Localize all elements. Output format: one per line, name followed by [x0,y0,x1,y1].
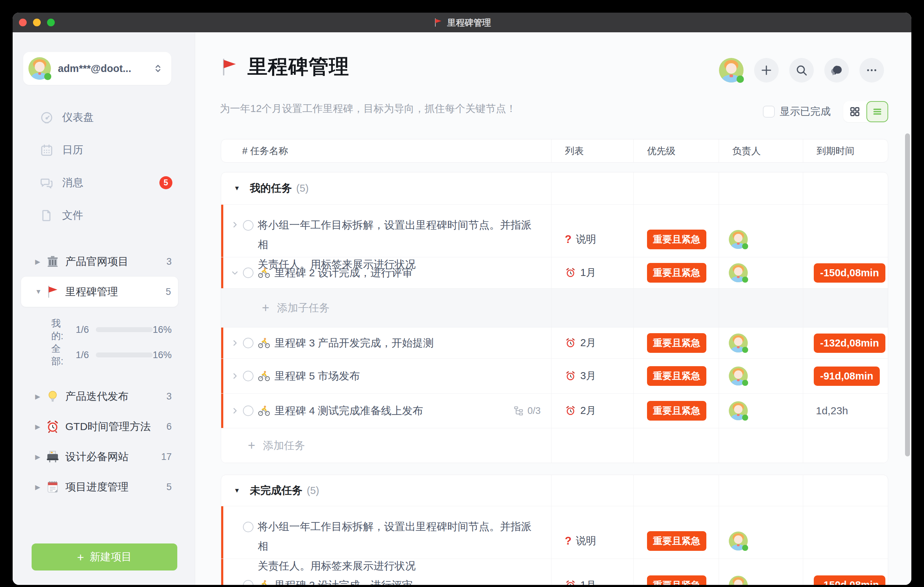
sidebar-project-milestone[interactable]: ▼里程碑管理5 [21,277,178,307]
more-button[interactable] [860,58,884,82]
task-row[interactable]: 里程碑 2 设计完成，进行评审1月重要且紧急-150d,08min [221,257,888,288]
due-text: 1d,23h [814,405,848,417]
chevron-right-icon[interactable] [230,338,239,348]
priority-badge: 重要且紧急 [647,575,706,585]
column-header-label: # 任务名称 [221,145,288,157]
user-avatar[interactable] [719,58,744,82]
sidebar-project-iteration[interactable]: ▶产品迭代发布3 [13,381,195,411]
add-task-row[interactable]: +添加任务 [221,428,888,463]
caret-down-icon[interactable]: ▼ [234,185,240,192]
task-list-label: 1月 [580,578,596,585]
chevron-right-icon[interactable] [230,371,239,381]
task-priority-cell: 重要且紧急 [634,394,719,428]
alarm-clock-icon [565,337,576,349]
sidebar-item-messages[interactable]: 消息5 [13,167,195,199]
caret-right-icon[interactable]: ▶ [35,392,46,401]
task-title: 里程碑 2 设计完成，进行评审 [274,263,412,283]
project-task-count: 5 [166,287,171,297]
task-checkbox[interactable] [243,371,254,381]
task-priority-cell: 重要且紧急 [634,257,719,288]
task-row[interactable]: 将小组一年工作目标拆解，设置出里程碑时间节点。并指派相关责任人。用标签来展示进行… [221,204,888,257]
task-list-label: 2月 [580,336,596,350]
task-list-label: 3月 [580,369,596,383]
add-subtask-row[interactable]: +添加子任务 [221,288,888,327]
messages-button[interactable] [824,58,849,82]
sidebar-project-gtd[interactable]: ▶GTD时间管理方法6 [13,411,195,442]
subtask-counter: 0/3 [513,406,541,416]
zoom-window-button[interactable] [47,18,55,26]
unread-count-badge: 5 [159,176,172,189]
column-header-label: 负责人 [719,145,761,157]
group-header: ▼我的任务(5) [221,172,888,204]
minimize-window-button[interactable] [33,18,41,26]
task-row[interactable]: 里程碑 2 设计完成，进行评审1月重要且紧急-150d,08min [221,559,888,585]
task-checkbox[interactable] [243,580,254,585]
question-icon: ? [565,233,571,246]
add-cell: +添加子任务 [221,289,551,327]
task-row[interactable]: 里程碑 3 产品开发完成，开始提测2月重要且紧急-132d,08min [221,327,888,358]
caret-right-icon[interactable]: ▶ [35,453,46,461]
group-header-cell [719,475,803,506]
task-due-cell: -132d,08min [803,328,888,358]
sidebar-project-progress[interactable]: ▶项目进度管理5 [13,472,195,502]
caret-right-icon[interactable]: ▶ [35,423,46,431]
show-completed-checkbox[interactable] [763,106,775,118]
task-checkbox[interactable] [243,267,254,278]
sidebar-nav: 仪表盘日历消息5文件 [13,101,195,232]
column-header: 到期时间 [803,139,888,162]
chevron-right-icon[interactable] [230,406,239,416]
task-checkbox[interactable] [243,406,254,416]
account-switcher[interactable]: adm***@doot... [23,52,171,85]
page-title: 里程碑管理 [248,53,349,81]
vertical-scrollbar[interactable] [905,134,910,457]
sidebar-project-website[interactable]: ▶产品官网项目3 [13,246,195,277]
new-project-button[interactable]: + 新建项目 [31,544,177,571]
group-header-cell [634,172,719,204]
priority-badge: 重要且紧急 [647,401,706,420]
task-checkbox[interactable] [243,220,254,231]
task-checkbox[interactable] [243,338,254,348]
account-email: adm***@doot... [58,63,152,74]
column-header-label: 列表 [551,145,584,157]
sidebar-item-dashboard[interactable]: 仪表盘 [13,101,195,134]
project-task-count: 3 [167,256,172,267]
task-checkbox[interactable] [243,522,254,532]
task-table: # 任务名称列表优先级负责人到期时间 ▼我的任务(5)将小组一年工作目标拆解，设… [221,139,888,585]
flag-icon [46,285,60,299]
list-view-button[interactable] [866,101,888,122]
project-label: GTD时间管理方法 [65,420,150,434]
task-list-cell: 3月 [551,359,634,393]
app-window: 里程碑管理 adm***@doot... 仪表盘日历消息5文件 ▶产品官网项目3… [13,13,911,585]
sidebar-item-files[interactable]: 文件 [13,199,195,232]
subtask-count: 0/3 [527,406,541,416]
search-button[interactable] [789,58,814,82]
close-window-button[interactable] [19,18,27,26]
task-row[interactable]: 将小组一年工作目标拆解，设置出里程碑时间节点。并指派相关责任人。用标签来展示进行… [221,506,888,559]
priority-badge: 重要且紧急 [647,263,706,283]
caret-right-icon[interactable]: ▶ [35,258,46,266]
task-row[interactable]: 里程碑 5 市场发布3月重要且紧急-91d,08min [221,358,888,393]
cyclist-icon [258,267,270,279]
show-completed-label: 显示已完成 [780,105,831,119]
sidebar-item-calendar[interactable]: 日历 [13,134,195,167]
plus-icon: + [77,551,84,563]
chevron-right-icon[interactable] [230,220,239,229]
caret-down-icon[interactable]: ▼ [35,288,46,295]
task-due-cell: -91d,08min [803,359,888,393]
task-list-label: 说明 [576,232,596,246]
caret-down-icon[interactable]: ▼ [234,487,240,494]
empty-cell [719,428,803,463]
column-header-label: 到期时间 [803,145,855,157]
progress-ratio: 1/6 [76,350,89,361]
assignee-avatar [729,263,748,282]
chevron-down-icon[interactable] [230,268,239,277]
group-name: 我的任务 [250,181,292,196]
grid-view-button[interactable] [843,106,866,118]
sidebar-project-design-sites[interactable]: ▶设计必备网站17 [13,442,195,472]
sidebar-item-label: 文件 [62,208,83,223]
task-row[interactable]: 里程碑 4 测试完成准备线上发布0/32月重要且紧急1d,23h [221,393,888,428]
sidebar-projects: ▶产品官网项目3▼里程碑管理5我的:1/616%全部:1/616%▶产品迭代发布… [13,246,195,502]
add-button[interactable] [754,58,779,82]
caret-right-icon[interactable]: ▶ [35,483,46,491]
chevron-updown-icon [152,63,163,74]
